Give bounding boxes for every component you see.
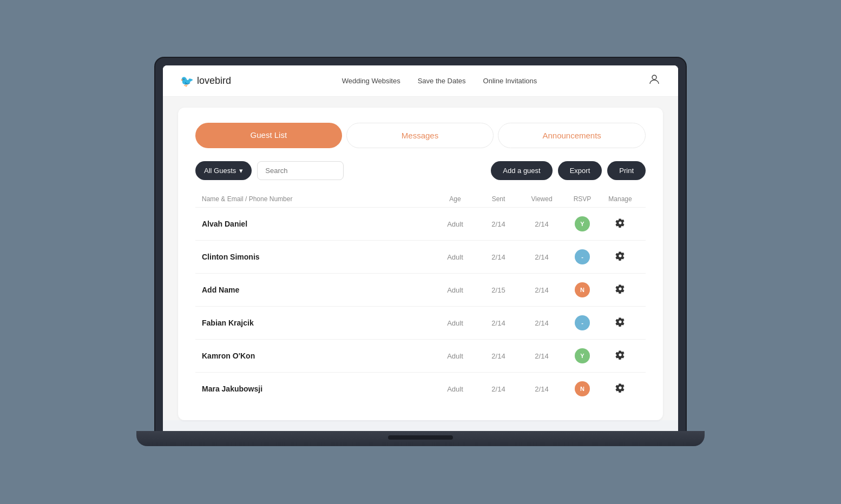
rsvp-badge: N	[575, 282, 590, 297]
guest-rsvp: Y	[563, 216, 601, 231]
guest-age: Adult	[433, 385, 477, 393]
laptop-screen: 🐦 lovebird Wedding Websites Save the Dat…	[155, 58, 686, 431]
guest-rsvp: N	[563, 282, 601, 297]
export-button[interactable]: Export	[558, 161, 602, 180]
nav-wedding-websites[interactable]: Wedding Websites	[342, 77, 400, 85]
table-row: Clinton Simonis Adult 2/14 2/14 -	[195, 241, 646, 274]
manage-settings-icon[interactable]	[601, 284, 639, 296]
nav-online-invitations[interactable]: Online Invitations	[483, 77, 537, 85]
tab-messages[interactable]: Messages	[346, 123, 494, 148]
account-icon[interactable]	[648, 73, 661, 89]
toolbar: All Guests ▾ Add a guest Export Print	[195, 161, 646, 180]
guest-sent: 2/14	[477, 220, 520, 228]
tabs: Guest List Messages Announcements	[195, 123, 646, 148]
table-row: Kamron O'Kon Adult 2/14 2/14 Y	[195, 340, 646, 373]
guest-name: Mara Jakubowsji	[202, 384, 433, 393]
rsvp-badge: -	[575, 249, 590, 264]
col-header-viewed: Viewed	[520, 195, 563, 203]
nav-links: Wedding Websites Save the Dates Online I…	[342, 77, 537, 85]
guest-rsvp: N	[563, 381, 601, 396]
rsvp-badge: Y	[575, 348, 590, 363]
guest-sent: 2/15	[477, 286, 520, 294]
print-button[interactable]: Print	[607, 161, 646, 180]
rsvp-badge: N	[575, 381, 590, 396]
guest-name: Add Name	[202, 286, 433, 294]
guest-age: Adult	[433, 286, 477, 294]
nav-save-dates[interactable]: Save the Dates	[418, 77, 466, 85]
logo-bird-icon: 🐦	[180, 75, 194, 88]
filter-label: All Guests	[204, 167, 236, 175]
toolbar-right: Add a guest Export Print	[491, 161, 646, 180]
guest-name: Kamron O'Kon	[202, 352, 433, 360]
table-row: Add Name Adult 2/15 2/14 N	[195, 274, 646, 307]
col-header-sent: Sent	[477, 195, 520, 203]
add-guest-button[interactable]: Add a guest	[491, 161, 552, 180]
manage-settings-icon[interactable]	[601, 350, 639, 362]
table-row: Mara Jakubowsji Adult 2/14 2/14 N	[195, 373, 646, 405]
filter-button[interactable]: All Guests ▾	[195, 161, 252, 180]
manage-settings-icon[interactable]	[601, 251, 639, 263]
tab-announcements[interactable]: Announcements	[498, 123, 646, 148]
guest-viewed: 2/14	[520, 253, 563, 261]
guest-sent: 2/14	[477, 253, 520, 261]
guest-rsvp: -	[563, 249, 601, 264]
guest-name: Alvah Daniel	[202, 220, 433, 228]
laptop-base	[136, 431, 705, 446]
laptop-wrapper: 🐦 lovebird Wedding Websites Save the Dat…	[123, 58, 718, 446]
app: 🐦 lovebird Wedding Websites Save the Dat…	[163, 65, 678, 420]
guest-viewed: 2/14	[520, 385, 563, 393]
guest-viewed: 2/14	[520, 319, 563, 327]
guest-name: Clinton Simonis	[202, 253, 433, 261]
toolbar-left: All Guests ▾	[195, 161, 484, 180]
guest-age: Adult	[433, 220, 477, 228]
guest-rsvp: Y	[563, 348, 601, 363]
table-body: Alvah Daniel Adult 2/14 2/14 Y Clinton S…	[195, 208, 646, 405]
col-header-age: Age	[433, 195, 477, 203]
table-header: Name & Email / Phone Number Age Sent Vie…	[195, 191, 646, 208]
guest-name: Fabian Krajcik	[202, 319, 433, 327]
guest-viewed: 2/14	[520, 286, 563, 294]
guest-sent: 2/14	[477, 352, 520, 360]
manage-settings-icon[interactable]	[601, 317, 639, 329]
search-input[interactable]	[257, 161, 344, 180]
logo-text: lovebird	[197, 75, 231, 87]
rsvp-badge: Y	[575, 216, 590, 231]
col-header-manage: Manage	[601, 195, 639, 203]
logo: 🐦 lovebird	[180, 75, 231, 88]
guest-viewed: 2/14	[520, 352, 563, 360]
table-row: Alvah Daniel Adult 2/14 2/14 Y	[195, 208, 646, 241]
screen-inner: 🐦 lovebird Wedding Websites Save the Dat…	[163, 65, 678, 431]
manage-settings-icon[interactable]	[601, 383, 639, 395]
manage-settings-icon[interactable]	[601, 218, 639, 230]
table-row: Fabian Krajcik Adult 2/14 2/14 -	[195, 307, 646, 340]
guest-rsvp: -	[563, 315, 601, 330]
chevron-down-icon: ▾	[239, 167, 243, 175]
svg-point-0	[652, 75, 656, 79]
guest-age: Adult	[433, 253, 477, 261]
col-header-name: Name & Email / Phone Number	[202, 195, 433, 203]
main-content: Guest List Messages Announcements All Gu…	[178, 108, 663, 420]
col-header-rsvp: RSVP	[563, 195, 601, 203]
tab-guest-list[interactable]: Guest List	[195, 123, 342, 148]
rsvp-badge: -	[575, 315, 590, 330]
guest-sent: 2/14	[477, 385, 520, 393]
guest-age: Adult	[433, 352, 477, 360]
guest-age: Adult	[433, 319, 477, 327]
guest-sent: 2/14	[477, 319, 520, 327]
guest-viewed: 2/14	[520, 220, 563, 228]
top-nav: 🐦 lovebird Wedding Websites Save the Dat…	[163, 65, 678, 97]
